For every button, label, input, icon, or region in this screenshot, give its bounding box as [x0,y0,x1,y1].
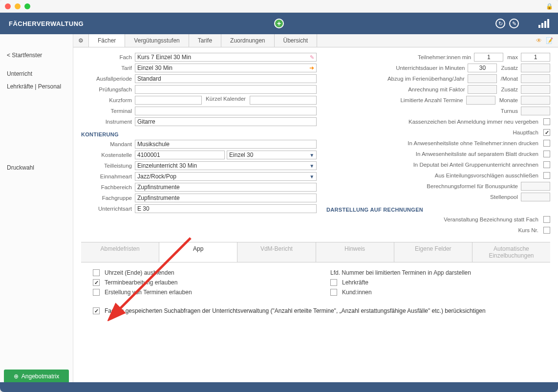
fach-input[interactable]: Kurs 7 Einzel 30 Min✎ [135,53,317,62]
chevron-down-icon[interactable]: ▼ [309,152,314,158]
bereich-label: Fachbereich [81,184,135,190]
kundinnen-label: Kund:innen [342,289,372,296]
subtab-app[interactable]: App [159,242,237,262]
ausfall-label: Ausfallperiode [81,76,135,82]
zusatz2-input[interactable] [521,85,550,94]
dauer-input[interactable]: 30 [468,64,497,72]
monat-label: /Monat [501,76,521,82]
instrument-input[interactable]: Gitarre [135,117,317,126]
eye-icon[interactable]: 👁 [536,37,542,44]
close-window-button[interactable] [5,3,11,9]
anw-ohne-checkbox[interactable] [543,140,550,147]
subtab-hinweis[interactable]: Hinweis [316,242,394,262]
faktor-input[interactable] [468,85,497,94]
teil-label: Teilleistung [81,163,135,169]
max-label: max [507,54,521,60]
tab-settings[interactable]: ⚙ [73,34,89,47]
content: FachKurs 7 Einzel 30 Min✎ TarifEinzel 30… [73,47,558,392]
zusatz-input[interactable] [521,64,550,72]
tab-tarife[interactable]: Tarife [189,34,221,47]
tab-uebersicht[interactable]: Übersicht [275,34,318,47]
chevron-down-icon[interactable]: ▼ [309,163,314,169]
pencil-icon[interactable]: ✎ [310,54,314,61]
zusatz2-label: Zusatz [501,87,521,92]
sidebar: < Startfenster Unterricht Lehrkräfte | P… [0,34,73,392]
signal-icon [538,19,549,28]
tab-verguetung[interactable]: Vergütungsstufen [125,34,189,47]
maximize-window-button[interactable] [24,3,30,9]
kassenzeichen-checkbox[interactable] [543,118,550,125]
gruppe-input[interactable]: Zupfinstrumente [135,194,317,202]
einnahme-input[interactable]: Jazz/Rock/Pop▼ [135,172,317,181]
einteilung-checkbox[interactable] [543,172,550,179]
lock-icon: 🔒 [546,3,553,10]
kursnr-label: Kurs Nr. [326,227,541,233]
note-icon[interactable]: 📝 [546,37,553,44]
stellenpool-input[interactable] [521,193,550,201]
tab-zuordnungen[interactable]: Zuordnungen [221,34,274,47]
turnus-input[interactable] [521,107,550,115]
chevron-down-icon[interactable]: ▼ [309,174,314,179]
sidebar-unterricht[interactable]: Unterricht [0,67,73,80]
uhrzeit-checkbox[interactable] [93,269,100,276]
kosten2-input[interactable]: Einzel 30▼ [227,151,317,159]
subtab-eigene[interactable]: Eigene Felder [394,242,472,262]
header-add-button[interactable]: + [274,19,284,28]
anw-blatt-checkbox[interactable] [543,151,550,157]
bonus-input[interactable] [521,182,550,191]
zusatz-label: Zusatz [501,65,521,71]
arrow-right-icon[interactable]: ➜ [309,65,314,71]
deputat-checkbox[interactable] [543,161,550,168]
lehrkraefte-checkbox[interactable] [330,279,337,286]
search-icon[interactable]: ✎ [509,19,519,28]
kursnr-checkbox[interactable] [543,227,550,234]
dauer-label: Unterrichtsdauer in Minuten [396,65,468,71]
tarif-input[interactable]: Einzel 30 Min➜ [135,64,317,72]
mandant-input[interactable]: Musikschule [135,140,317,149]
sidebar-druckwahl[interactable]: Druckwahl [0,161,73,174]
hauptfach-checkbox[interactable] [543,129,550,136]
sidebar-back[interactable]: < Startfenster [0,49,73,62]
anw-blatt-label: In Anwesenheitsliste auf separatem Blatt… [326,151,541,157]
uart-input[interactable]: E 30 [135,204,317,213]
fach-label: Fach [81,54,135,60]
ausfall-input[interactable]: Standard [135,74,317,83]
subtab-auto[interactable]: Automatische Einzelbuchungen [472,242,550,262]
terminal-input[interactable] [135,107,317,115]
gruppe-label: Fachgruppe [81,195,135,201]
bereich-input[interactable]: Zupfinstrumente [135,183,317,192]
tab-faecher[interactable]: Fächer [89,34,125,47]
globe-icon: ⊕ [14,373,19,380]
faktor-label: Anrechnung mit Faktor [408,87,468,92]
subtab-abmelde[interactable]: Abmeldefristen [81,242,159,262]
einteilung-label: Aus Einteilungsvorschlägen ausschließen [326,173,541,178]
pruef-input[interactable] [135,85,317,94]
teil-input[interactable]: Einzelunterricht 30 Min▼ [135,161,317,170]
body: < Startfenster Unterricht Lehrkräfte | P… [0,34,558,392]
lfdnr-label: Lfd. Nummer bei limitierten Terminen in … [330,269,471,276]
veranstaltung-checkbox[interactable] [543,216,550,223]
monat-input[interactable] [521,74,550,83]
erstellung-checkbox[interactable] [93,289,100,296]
app-window: 🔒 FÄCHERVERWALTUNG + ↻ ✎ < Startfenster … [0,0,558,392]
monate-label: Monate [499,97,521,103]
subtab-vdm[interactable]: VdM-Bericht [237,242,316,262]
angebotmatrix-button[interactable]: ⊕ Angebotmatrix [4,370,69,383]
refresh-icon[interactable]: ↻ [495,19,505,28]
instrument-label: Instrument [81,119,135,125]
kundinnen-checkbox[interactable] [330,289,337,296]
teilnehmer-min-input[interactable]: 1 [474,53,503,62]
kurzform-input[interactable] [135,96,202,105]
anw-ohne-label: In Anwesenheitsliste ohne Teilnehmer:inn… [326,140,541,146]
abzug-input[interactable] [468,74,497,83]
kuerzel-input[interactable] [250,96,317,105]
sidebar-lehrkraefte[interactable]: Lehrkräfte | Personal [0,80,73,93]
terminbearb-checkbox[interactable] [93,279,100,286]
fach-suchabfragen-checkbox[interactable] [93,307,100,314]
teilnehmer-label: Teilnehmer:innen min [418,54,474,60]
monate-input[interactable] [521,96,550,105]
termine-input[interactable] [466,96,495,105]
minimize-window-button[interactable] [15,3,21,9]
kosten1-input[interactable]: 4100001 [135,151,225,159]
teilnehmer-max-input[interactable]: 1 [521,53,550,62]
